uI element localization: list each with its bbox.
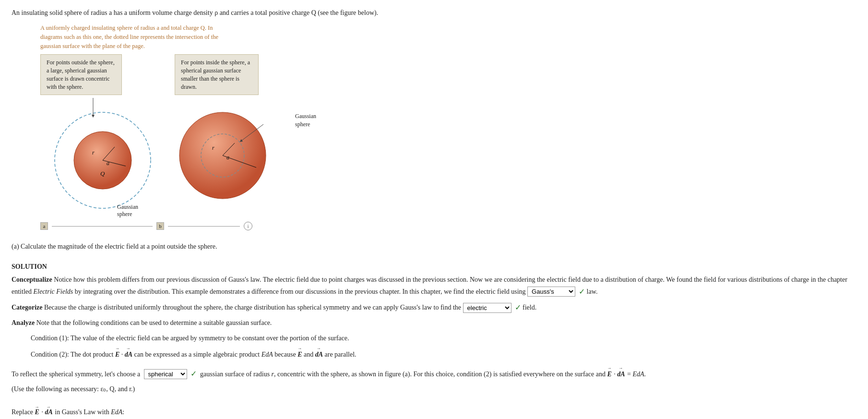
- question-a: (a) Calculate the magnitude of the elect…: [12, 243, 856, 251]
- gausss-dropdown-container: Gauss's Coulomb's Ampere's ✓: [527, 286, 585, 298]
- conceptualize-block: Conceptualize Notice how this problem di…: [12, 275, 856, 298]
- condition-1: Condition (1): The value of the electric…: [31, 332, 856, 344]
- reflect-block: To reflect the spherical symmetry, let's…: [12, 364, 856, 381]
- electric-check: ✓: [515, 301, 521, 314]
- spherical-dropdown[interactable]: spherical cylindrical planar: [144, 369, 187, 379]
- diagrams-row: For points outside the sphere, a large, …: [40, 54, 856, 218]
- conceptualize-label: Conceptualize: [12, 276, 52, 283]
- gaussian-sphere-label-left: Gaussiansphere: [117, 204, 138, 218]
- figure-caption: A uniformly charged insulating sphere of…: [40, 24, 223, 50]
- divider-line: a b i: [40, 222, 280, 230]
- figure-container: A uniformly charged insulating sphere of…: [40, 24, 856, 238]
- necessary-line: (Use the following as necessary: ε₀, Q, …: [12, 385, 856, 393]
- diagram-left: For points outside the sphere, a large, …: [40, 54, 155, 218]
- condition-2: Condition (2): The dot product E→ · dA→ …: [31, 345, 856, 360]
- diagram-right: For points inside the sphere, a spherica…: [175, 54, 271, 205]
- svg-text:Q: Q: [100, 170, 105, 177]
- svg-text:r: r: [212, 144, 214, 151]
- callout-left: For points outside the sphere, a large, …: [40, 54, 122, 95]
- analyze-block: Analyze Note that the following conditio…: [12, 318, 856, 328]
- callout-right: For points inside the sphere, a spherica…: [175, 54, 259, 95]
- sphere-diagram-left: r a Q: [40, 98, 155, 213]
- gausss-dropdown[interactable]: Gauss's Coulomb's Ampere's: [527, 287, 575, 297]
- info-icon[interactable]: i: [244, 222, 252, 230]
- spherical-check: ✓: [190, 367, 197, 381]
- svg-text:r: r: [92, 149, 95, 156]
- gaussian-sphere-label-right: Gaussiansphere: [295, 112, 316, 129]
- svg-text:a: a: [107, 160, 109, 167]
- solution-header: SOLUTION: [12, 263, 856, 271]
- electric-dropdown[interactable]: electric magnetic gravitational: [463, 303, 511, 313]
- label-b: b: [156, 222, 164, 230]
- replace-line: Replace E→ · dA→ in Gauss's Law with EdA…: [12, 405, 856, 416]
- categorize-label: Categorize: [12, 304, 43, 311]
- sphere-diagram-right: r a: [175, 98, 271, 204]
- analyze-label: Analyze: [12, 319, 35, 326]
- electric-dropdown-container: electric magnetic gravitational ✓: [463, 301, 521, 314]
- label-a: a: [40, 222, 48, 230]
- conditions-block: Condition (1): The value of the electric…: [31, 332, 856, 360]
- gausss-check: ✓: [579, 286, 585, 298]
- categorize-block: Categorize Because the charge is distrib…: [12, 301, 856, 314]
- problem-statement: An insulating solid sphere of radius a h…: [12, 8, 856, 18]
